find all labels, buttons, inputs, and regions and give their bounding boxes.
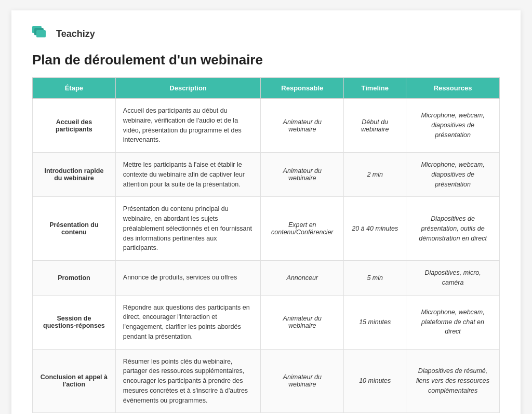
webinar-table: Étape Description Responsable Timeline R… (32, 77, 500, 413)
table-row: Conclusion et appel à l'actionRésumer le… (33, 349, 500, 413)
cell-timeline: 10 minutes (344, 349, 406, 413)
header-responsable: Responsable (261, 78, 344, 99)
cell-description: Résumer les points clés du webinaire, pa… (115, 349, 261, 413)
cell-ressources: Microphone, webcam, plateforme de chat e… (406, 295, 500, 349)
cell-responsable: Expert en contenu/Conférencier (261, 197, 344, 261)
cell-description: Présentation du contenu principal du web… (115, 197, 261, 261)
cell-responsable: Animateur du webinaire (261, 349, 344, 413)
table-row: PromotionAnnonce de produits, services o… (33, 261, 500, 296)
cell-ressources: Diapositives de présentation, outils de … (406, 197, 500, 261)
cell-ressources: Diapositives de résumé, liens vers des r… (406, 349, 500, 413)
logo-text: Teachizy (56, 29, 95, 39)
cell-timeline: 2 min (344, 153, 406, 197)
cell-ressources: Diapositives, micro, caméra (406, 261, 500, 296)
cell-ressources: Microphone, webcam, diapositives de prés… (406, 153, 500, 197)
cell-responsable: Annonceur (261, 261, 344, 296)
cell-timeline: Début du webinaire (344, 99, 406, 153)
table-row: Introduction rapide du webinaireMettre l… (33, 153, 500, 197)
logo-area: Teachizy (32, 26, 500, 42)
table-row: Session de questions-réponsesRépondre au… (33, 295, 500, 349)
cell-etape: Conclusion et appel à l'action (33, 349, 116, 413)
table-row: Accueil des participantsAccueil des part… (33, 99, 500, 153)
table-header-row: Étape Description Responsable Timeline R… (33, 78, 500, 99)
header-timeline: Timeline (344, 78, 406, 99)
cell-timeline: 20 à 40 minutes (344, 197, 406, 261)
cell-description: Mettre les participants à l'aise et étab… (115, 153, 261, 197)
table-row: Présentation du contenuPrésentation du c… (33, 197, 500, 261)
cell-etape: Introduction rapide du webinaire (33, 153, 116, 197)
header-description: Description (115, 78, 261, 99)
page-title: Plan de déroulement d'un webinaire (32, 52, 500, 68)
cell-etape: Accueil des participants (33, 99, 116, 153)
teachizy-logo-icon (32, 26, 51, 42)
cell-description: Annonce de produits, services ou offres (115, 261, 261, 296)
cell-responsable: Animateur du webinaire (261, 153, 344, 197)
cell-responsable: Animateur du webinaire (261, 295, 344, 349)
cell-etape: Session de questions-réponses (33, 295, 116, 349)
cell-ressources: Microphone, webcam, diapositives de prés… (406, 99, 500, 153)
cell-etape: Présentation du contenu (33, 197, 116, 261)
cell-responsable: Animateur du webinaire (261, 99, 344, 153)
cell-timeline: 5 min (344, 261, 406, 296)
header-ressources: Ressources (406, 78, 500, 99)
cell-description: Répondre aux questions des participants … (115, 295, 261, 349)
svg-rect-2 (36, 30, 46, 37)
cell-description: Accueil des participants au début du web… (115, 99, 261, 153)
cell-etape: Promotion (33, 261, 116, 296)
cell-timeline: 15 minutes (344, 295, 406, 349)
page-container: Teachizy Plan de déroulement d'un webina… (11, 10, 521, 414)
header-etape: Étape (33, 78, 116, 99)
